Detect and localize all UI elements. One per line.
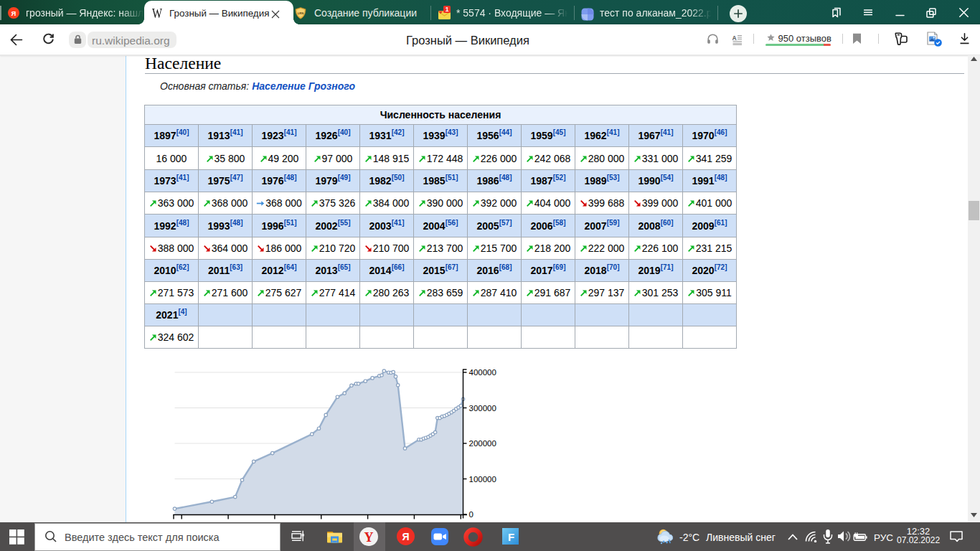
svg-text:100000: 100000: [469, 475, 496, 484]
svg-text:200000: 200000: [469, 439, 496, 448]
svg-text:Я: Я: [402, 531, 409, 542]
svg-text:400000: 400000: [469, 368, 496, 377]
svg-text:0: 0: [469, 510, 473, 519]
svg-text:F: F: [508, 531, 514, 543]
svg-text:Y: Y: [364, 530, 374, 545]
svg-text:300000: 300000: [469, 404, 496, 413]
